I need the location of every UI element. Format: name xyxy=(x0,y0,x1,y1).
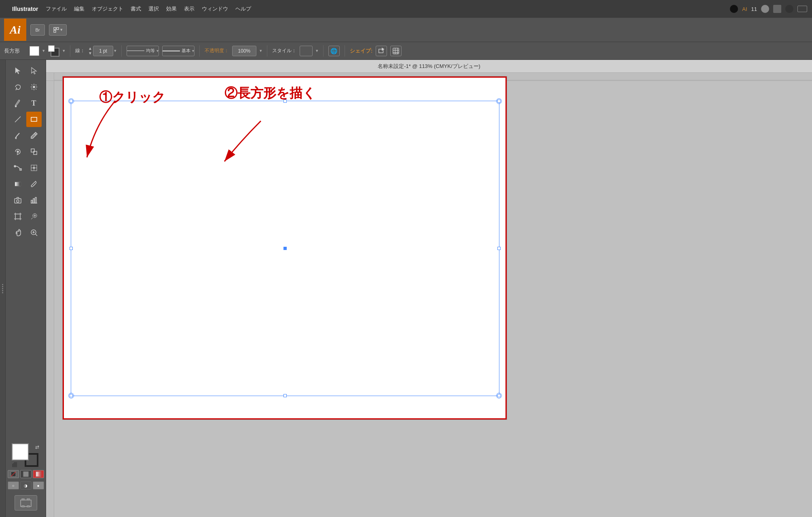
fill-color-small[interactable] xyxy=(48,45,55,52)
handle-bl[interactable] xyxy=(70,394,73,397)
fill-color-swatch[interactable] xyxy=(30,46,39,56)
svg-point-30 xyxy=(33,167,35,169)
svg-rect-62 xyxy=(22,498,24,500)
svg-line-32 xyxy=(33,184,35,186)
shape-options-icon[interactable] xyxy=(390,46,402,56)
toolbar-row-7 xyxy=(10,160,42,176)
opacity-arrow[interactable]: ▾ xyxy=(260,48,262,53)
menu-object[interactable]: オブジェクト xyxy=(92,5,123,13)
rotate-tool-button[interactable] xyxy=(10,144,25,159)
toolbar-row-1 xyxy=(10,63,42,78)
fill-gradient-button[interactable] xyxy=(33,470,44,478)
hand-tool-button[interactable] xyxy=(10,225,25,240)
menu-file[interactable]: ファイル xyxy=(46,5,67,13)
panel-collapse-handle[interactable] xyxy=(0,60,6,517)
menu-effect[interactable]: 効果 xyxy=(166,5,177,13)
menu-window[interactable]: ウィンドウ xyxy=(202,5,228,13)
lasso-tool-button[interactable] xyxy=(10,79,25,95)
pen-tool-button[interactable] xyxy=(10,95,25,111)
svg-line-15 xyxy=(36,85,36,85)
stroke-style-arrow[interactable]: ▾ xyxy=(156,49,159,53)
direct-selection-tool-button[interactable] xyxy=(26,63,42,78)
stroke-unit-arrow[interactable]: ▾ xyxy=(114,48,116,53)
ai-badge-circle xyxy=(730,5,738,13)
svg-rect-24 xyxy=(34,151,37,155)
svg-point-50 xyxy=(34,215,36,216)
handle-tr[interactable] xyxy=(497,100,501,103)
selection-tool-button[interactable] xyxy=(10,63,25,78)
measure-tool-button[interactable] xyxy=(26,209,42,224)
svg-rect-59 xyxy=(23,472,28,477)
mesh-tool-button[interactable] xyxy=(26,160,42,176)
svg-line-19 xyxy=(15,117,21,122)
menu-edit[interactable]: 編集 xyxy=(74,5,85,13)
eyedropper-tool-button[interactable] xyxy=(26,176,42,192)
camera-tool-button[interactable] xyxy=(10,193,25,208)
handle-ml[interactable] xyxy=(70,247,73,250)
menu-select[interactable]: 選択 xyxy=(148,5,159,13)
menu-help[interactable]: ヘルプ xyxy=(235,5,251,13)
toolbar: T xyxy=(6,60,46,517)
handle-bm[interactable] xyxy=(283,394,287,397)
fill-none-button[interactable] xyxy=(8,470,19,478)
handle-tl[interactable] xyxy=(70,100,73,103)
bridge-button[interactable]: Br xyxy=(30,24,45,36)
rectangle-tool-button[interactable] xyxy=(26,112,42,127)
camera-icon xyxy=(773,5,781,13)
stroke-profile[interactable]: 基本 ▾ xyxy=(162,46,195,56)
canvas-area[interactable]: 名称未設定-1* @ 113% (CMYK/プレビュー) xyxy=(46,60,812,517)
fill-color-button[interactable] xyxy=(20,470,32,478)
web-preview-icon[interactable]: 🌐 xyxy=(328,46,340,56)
paintbrush-tool-button[interactable] xyxy=(10,128,25,143)
view-mode-button[interactable]: ▾ xyxy=(49,24,67,36)
svg-point-25 xyxy=(14,165,16,167)
profile-icon xyxy=(785,5,793,13)
swap-colors-icon[interactable]: ⇄ xyxy=(35,444,39,450)
screen-mode-2[interactable]: ◑ xyxy=(20,481,32,489)
magic-wand-tool-button[interactable] xyxy=(26,79,42,95)
opacity-input[interactable]: 100% xyxy=(232,46,256,56)
separator-3 xyxy=(199,45,200,57)
svg-point-34 xyxy=(17,200,19,202)
stroke-profile-arrow[interactable]: ▾ xyxy=(192,49,194,53)
svg-rect-23 xyxy=(31,149,34,152)
type-tool-button[interactable]: T xyxy=(26,95,42,111)
arrow-to-tool xyxy=(83,93,148,174)
zoom-tool-button[interactable] xyxy=(26,225,42,240)
artboard[interactable]: ①クリック ②長方形を描く xyxy=(62,76,507,420)
version-number: 11 xyxy=(751,6,757,12)
svg-rect-39 xyxy=(15,214,20,219)
stroke-arrow[interactable]: ▾ xyxy=(63,48,65,53)
handle-mr[interactable] xyxy=(497,247,501,250)
default-colors-icon[interactable]: ⬛ xyxy=(12,462,18,468)
corner-anchor-tr xyxy=(496,98,502,104)
screen-mode-1[interactable]: ○ xyxy=(8,481,19,489)
style-picker[interactable] xyxy=(300,46,313,56)
stroke-value-input[interactable]: 1 pt xyxy=(93,46,113,56)
scale-tool-button[interactable] xyxy=(26,144,42,159)
shape-label: シェイプ: xyxy=(350,47,372,55)
artboard-toggle[interactable] xyxy=(15,495,37,511)
handle-br[interactable] xyxy=(497,394,501,397)
handle-tm[interactable] xyxy=(283,100,287,103)
gradient-tool-button[interactable] xyxy=(10,176,25,192)
svg-point-18 xyxy=(15,106,16,107)
fill-arrow[interactable]: ▾ xyxy=(42,48,45,53)
shape-converter-icon[interactable] xyxy=(376,46,387,56)
stroke-line-style[interactable]: 均等 ▾ xyxy=(127,46,159,56)
line-tool-button[interactable] xyxy=(10,112,25,127)
pencil-tool-button[interactable] xyxy=(26,128,42,143)
chart-tool-button[interactable] xyxy=(26,193,42,208)
svg-rect-20 xyxy=(31,117,37,121)
menu-format[interactable]: 書式 xyxy=(131,5,141,13)
svg-rect-1 xyxy=(57,28,59,30)
fill-swatch[interactable] xyxy=(12,443,29,460)
handle-dot xyxy=(2,286,3,287)
svg-rect-31 xyxy=(15,182,21,186)
artboard-tool-button[interactable] xyxy=(10,209,25,224)
menu-view[interactable]: 表示 xyxy=(184,5,195,13)
stroke-stepper[interactable]: ▲▼ 1 pt ▾ xyxy=(88,46,116,56)
blend-tool-button[interactable] xyxy=(10,160,25,176)
screen-mode-3[interactable]: ● xyxy=(33,481,44,489)
style-arrow[interactable]: ▾ xyxy=(316,48,318,53)
